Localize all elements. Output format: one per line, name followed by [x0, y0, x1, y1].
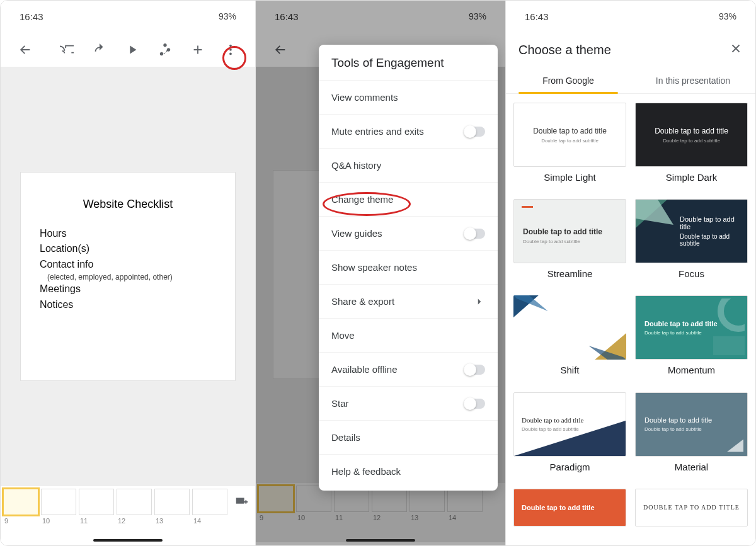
screen-2-overflow-menu: 16:43 93% Website Checklist 9 10 11 12 1…: [256, 1, 506, 545]
menu-details[interactable]: Details: [319, 420, 498, 454]
slide-subline: (elected, employed, appointed, other): [40, 273, 216, 282]
theme-focus[interactable]: Double tap to add title Double tap to ad…: [635, 199, 748, 289]
slide-line: Location(s): [40, 241, 216, 257]
battery-pct: 93%: [719, 11, 736, 21]
menu-qa-history[interactable]: Q&A history: [319, 148, 498, 182]
theme-streamline[interactable]: Double tap to add title Double tap to ad…: [513, 199, 626, 289]
menu-view-guides[interactable]: View guides: [319, 216, 498, 250]
overflow-menu: Tools of Engagement View comments Mute e…: [319, 45, 498, 491]
slide-card[interactable]: Website Checklist Hours Location(s) Cont…: [21, 173, 235, 380]
battery-pct: 93%: [219, 11, 236, 21]
menu-title: Tools of Engagement: [319, 45, 498, 80]
status-time: 16:43: [525, 11, 549, 22]
nav-bar-swipe[interactable]: [93, 539, 163, 542]
theme-material[interactable]: Double tap to add title Double tap to ad…: [635, 392, 748, 482]
toggle-star[interactable]: [464, 399, 485, 409]
toggle-offline[interactable]: [464, 365, 485, 375]
status-icons: 93%: [207, 11, 236, 21]
thumb-13[interactable]: 13: [154, 489, 190, 525]
menu-share-export[interactable]: Share & export: [319, 284, 498, 318]
chevron-right-icon: [474, 296, 485, 307]
menu-offline[interactable]: Available offline: [319, 352, 498, 386]
thumb-9[interactable]: 9: [3, 489, 38, 525]
thumb-14[interactable]: 14: [192, 489, 227, 525]
theme-shift[interactable]: Double tap to add title Double tap to ad…: [513, 295, 626, 385]
screen-1-slides-editor: 16:43 93% Website Checklist Hours Locati…: [1, 1, 256, 545]
add-button[interactable]: [185, 37, 211, 63]
svg-point-0: [229, 44, 232, 47]
status-icons: 93%: [707, 11, 736, 21]
back-button[interactable]: [12, 37, 38, 63]
theme-grid[interactable]: Double tap to add titleDouble tap to add…: [506, 94, 755, 545]
menu-mute-entries[interactable]: Mute entries and exits: [319, 114, 498, 148]
menu-view-comments[interactable]: View comments: [319, 80, 498, 114]
theme-tabs: From Google In this presentation: [506, 67, 755, 94]
present-button[interactable]: [119, 37, 146, 63]
status-bar: 16:43 93%: [506, 1, 755, 32]
theme-handwrite[interactable]: DOUBLE TAP TO ADD TITLE: [635, 489, 748, 537]
tab-from-google[interactable]: From Google: [506, 67, 631, 93]
screen-3-choose-theme: 16:43 93% Choose a theme From Google In …: [506, 1, 755, 545]
menu-change-theme[interactable]: Change theme: [319, 182, 498, 216]
svg-rect-7: [713, 336, 745, 355]
thumb-12[interactable]: 12: [117, 489, 152, 525]
theme-swiss[interactable]: Double tap to add title: [513, 489, 626, 537]
status-bar: 16:43 93%: [1, 1, 255, 32]
page-title: Choose a theme: [518, 43, 611, 57]
thumb-11[interactable]: 11: [79, 489, 114, 525]
nav-bar-swipe[interactable]: [346, 539, 415, 542]
toggle-guides[interactable]: [464, 229, 485, 239]
svg-point-2: [229, 52, 232, 55]
theme-momentum[interactable]: Double tap to add title Double tap to ad…: [635, 295, 748, 385]
add-slide-button[interactable]: [230, 489, 253, 515]
theme-simple-dark[interactable]: Double tap to add titleDouble tap to add…: [635, 103, 748, 193]
svg-point-6: [721, 299, 745, 329]
editor-toolbar: [1, 32, 255, 67]
slide-title: Website Checklist: [40, 198, 216, 211]
slide-line: Contact info: [40, 257, 216, 273]
status-time: 16:43: [20, 11, 43, 22]
slide-line: Meetings: [40, 282, 216, 297]
close-button[interactable]: [729, 42, 743, 58]
choose-theme-header: Choose a theme: [506, 32, 755, 67]
slide-line: Hours: [40, 226, 216, 242]
theme-simple-light[interactable]: Double tap to add titleDouble tap to add…: [513, 103, 626, 193]
thumb-10[interactable]: 10: [41, 489, 76, 525]
menu-help[interactable]: Help & feedback: [319, 454, 498, 488]
menu-star[interactable]: Star: [319, 386, 498, 420]
svg-marker-8: [514, 421, 626, 456]
menu-speaker-notes[interactable]: Show speaker notes: [319, 250, 498, 284]
menu-move[interactable]: Move: [319, 318, 498, 352]
cast-button[interactable]: [54, 37, 80, 63]
slide-line: Notices: [40, 297, 216, 313]
theme-paradigm[interactable]: Double tap to add title Double tap to ad…: [513, 392, 626, 482]
slide-thumbnails: 9 10 11 12 13 14: [1, 486, 255, 545]
share-button[interactable]: [152, 37, 178, 63]
undo-button[interactable]: [86, 37, 113, 63]
close-icon: [729, 42, 743, 55]
more-button[interactable]: [217, 37, 244, 63]
svg-point-1: [229, 48, 232, 51]
tab-in-presentation[interactable]: In this presentation: [631, 67, 755, 93]
slide-canvas[interactable]: Website Checklist Hours Location(s) Cont…: [1, 67, 255, 486]
toggle-mute[interactable]: [464, 127, 485, 137]
